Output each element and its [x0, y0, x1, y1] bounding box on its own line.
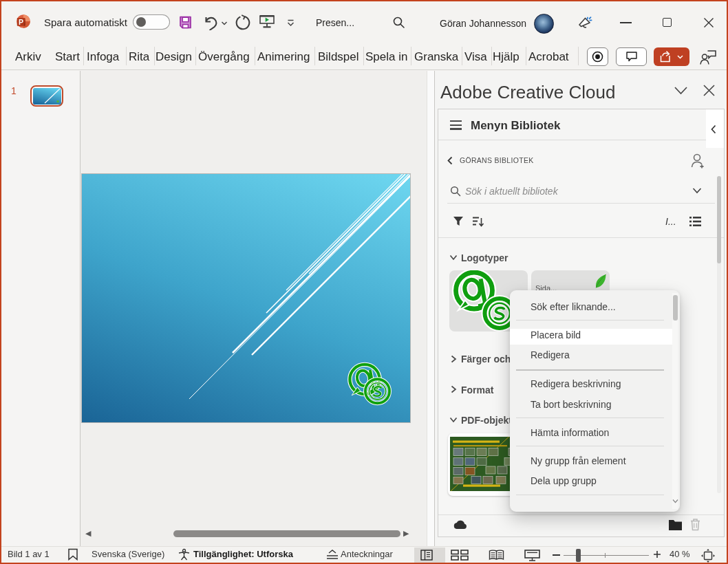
svg-text:P: P — [19, 18, 23, 26]
